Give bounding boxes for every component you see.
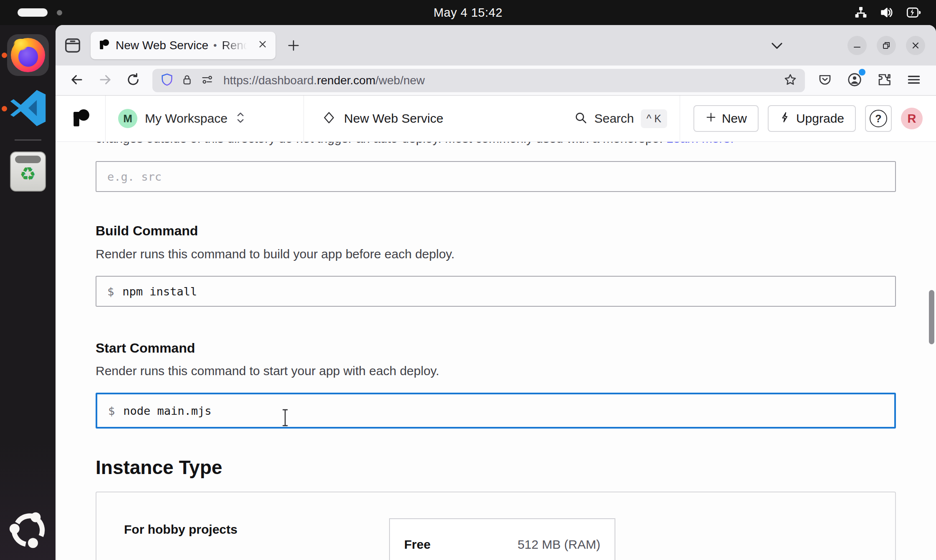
page-title-section: New Web Service: [304, 96, 574, 141]
build-command-input[interactable]: $ npm install: [96, 276, 896, 307]
minimize-button[interactable]: [847, 36, 867, 55]
new-tab-icon[interactable]: [286, 38, 301, 53]
shell-prompt: $: [108, 404, 115, 417]
search-label: Search: [594, 111, 634, 126]
back-icon[interactable]: [69, 72, 85, 89]
clipped-helper-text: changes outside of this directory do not…: [96, 142, 896, 147]
dock: ♻: [0, 25, 56, 560]
active-tab[interactable]: New Web Service • Rend: [91, 32, 276, 59]
unfold-chevrons-icon: [235, 111, 246, 126]
system-clock[interactable]: May 4 15:42: [0, 6, 936, 20]
navigation-toolbar: https://dashboard.render.com/web/new: [56, 66, 936, 96]
instance-name: Free: [404, 537, 430, 552]
upgrade-button[interactable]: Upgrade: [768, 105, 856, 132]
instance-type-card: For hobby projects Free 512 MB (RAM): [96, 492, 896, 560]
header-actions: New Upgrade ? R: [680, 96, 936, 141]
instance-ram: 512 MB (RAM): [518, 537, 600, 552]
extensions-icon[interactable]: [877, 72, 892, 89]
dock-item-vscode[interactable]: [7, 88, 49, 129]
page-scrollbar-thumb[interactable]: [929, 290, 934, 344]
lightning-icon: [779, 111, 791, 126]
text-cursor: [280, 408, 290, 429]
page-content: changes outside of this directory do not…: [56, 142, 936, 560]
plus-icon: [705, 111, 717, 126]
lock-icon[interactable]: [181, 73, 193, 88]
pocket-icon[interactable]: [817, 72, 832, 89]
help-button[interactable]: ?: [865, 105, 892, 132]
start-command-description: Render runs this command to start your a…: [96, 363, 439, 379]
account-notification-dot: [859, 69, 865, 76]
tab-title-suffix: Rend: [222, 39, 250, 52]
new-button[interactable]: New: [693, 105, 759, 132]
account-icon[interactable]: [847, 72, 863, 89]
firefox-icon: [7, 34, 49, 76]
menu-icon[interactable]: [906, 72, 922, 89]
browser-window: New Web Service • Rend: [56, 25, 936, 560]
build-command-description: Render runs this command to build your a…: [96, 246, 455, 262]
running-indicator-dot: [2, 106, 7, 111]
root-directory-input[interactable]: [96, 161, 896, 192]
build-command-value: npm install: [122, 285, 197, 298]
reload-icon[interactable]: [126, 72, 141, 89]
shell-prompt: $: [107, 285, 114, 298]
forward-icon[interactable]: [97, 72, 113, 89]
firefox-view-icon[interactable]: [63, 36, 82, 55]
help-icon: ?: [870, 110, 887, 127]
tab-title: New Web Service: [116, 39, 208, 52]
start-command-value: node main.mjs: [123, 404, 211, 417]
url-bar[interactable]: https://dashboard.render.com/web/new: [152, 69, 805, 92]
tab-bar: New Web Service • Rend: [56, 25, 936, 66]
vscode-icon: [8, 88, 48, 129]
search-icon: [574, 111, 587, 126]
search-button[interactable]: Search ^ K: [574, 96, 679, 141]
tab-title-separator: •: [213, 40, 217, 51]
tracking-shield-icon[interactable]: [160, 73, 174, 88]
bookmark-star-icon[interactable]: [783, 73, 797, 88]
account-avatar[interactable]: R: [901, 108, 923, 129]
close-window-button[interactable]: [906, 36, 925, 55]
instance-group-label: For hobby projects: [124, 522, 238, 537]
permissions-icon[interactable]: [200, 73, 214, 88]
workspace-selector[interactable]: M My Workspace: [106, 96, 304, 141]
ubuntu-logo-icon: [9, 511, 47, 551]
tabs-list-chevron-icon[interactable]: [769, 38, 785, 53]
workspace-name: My Workspace: [145, 111, 228, 126]
show-applications-button[interactable]: [7, 510, 49, 552]
start-command-heading: Start Command: [96, 340, 195, 356]
running-indicator-dot: [2, 53, 7, 58]
dock-separator: [15, 139, 41, 141]
start-command-input[interactable]: $ node main.mjs: [96, 393, 896, 429]
search-shortcut: ^ K: [641, 109, 667, 128]
build-command-heading: Build Command: [96, 222, 198, 239]
tab-favicon-render: [98, 39, 110, 52]
dock-item-trash[interactable]: ♻: [7, 151, 49, 192]
diamond-icon: [322, 111, 336, 126]
tab-close-icon[interactable]: [257, 39, 268, 52]
workspace-avatar: M: [118, 109, 137, 128]
app-header: M My Workspace New Web Service Search ^ …: [56, 96, 936, 142]
system-top-bar: May 4 15:42: [0, 0, 936, 25]
learn-more-link: Learn more.: [666, 142, 734, 145]
url-text: https://dashboard.render.com/web/new: [223, 74, 777, 87]
instance-type-heading: Instance Type: [96, 456, 222, 479]
dock-item-firefox[interactable]: [7, 34, 49, 76]
render-logo[interactable]: [56, 96, 105, 141]
trash-icon: ♻: [10, 151, 46, 192]
free-instance-option[interactable]: Free 512 MB (RAM): [389, 518, 615, 560]
restore-button[interactable]: [877, 36, 896, 55]
page-title: New Web Service: [344, 111, 443, 126]
